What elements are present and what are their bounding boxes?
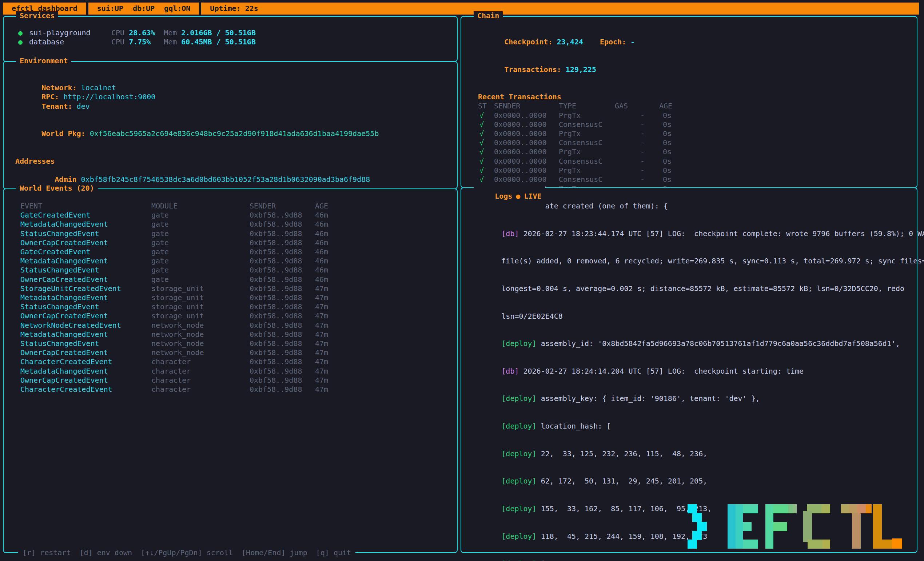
col-event: EVENT [20, 201, 152, 211]
success-check-icon: √ [478, 129, 494, 138]
world-events-panel-title: World Events (20) [16, 184, 98, 193]
event-sender: 0xbf58..9d88 [249, 357, 315, 366]
event-row: OwnerCapCreatedEvent gate 0xbf58..9d88 4… [20, 275, 457, 284]
event-row: MetadataChangedEvent gate 0xbf58..9d88 4… [20, 256, 457, 266]
tx-gas: - [610, 111, 653, 120]
event-module: character [152, 376, 249, 385]
tx-age: 0s [653, 111, 693, 120]
event-age: 46m [315, 211, 348, 220]
logs-panel-title: Logs●LIVE [474, 183, 545, 210]
col-sender: SENDER [494, 102, 559, 111]
event-module: character [152, 367, 249, 376]
tx-type: ConsensusC [559, 138, 610, 147]
tx-age: 0s [653, 120, 693, 129]
log-source-tag: [deploy] [501, 504, 536, 513]
epoch-label: Epoch: [600, 38, 626, 46]
recent-transactions-header: Recent Transactions [478, 92, 917, 102]
event-name: OwnerCapCreatedEvent [20, 376, 152, 385]
event-module: gate [152, 211, 249, 220]
log-line: [deploy]assembly_id: '0x8bd5842fa5d96693… [466, 330, 917, 358]
cpu-value: 7.75% [129, 38, 164, 46]
status-db: db:UP [133, 4, 154, 13]
tx-sender: 0x0000..0000 [494, 147, 559, 156]
environment-panel-title: Environment [16, 56, 71, 66]
event-row: GateCreatedEvent gate 0xbf58..9d88 46m [20, 248, 457, 256]
tx-sender: 0x0000..0000 [494, 138, 559, 147]
brace-prompt-icon [687, 504, 707, 549]
rpc-value: http://localhost:9000 [63, 92, 155, 101]
network-value: localnet [81, 83, 116, 92]
service-status-dot-icon: ● [18, 28, 29, 38]
event-row: OwnerCapCreatedEvent character 0xbf58..9… [20, 376, 457, 385]
transaction-row: √ 0x0000..0000 ConsensusC - 0s [478, 138, 917, 147]
world-events-header-row: EVENT MODULE SENDER AGE [20, 201, 457, 211]
tx-gas: - [610, 157, 653, 166]
event-row: MetadataChangedEvent storage_unit 0xbf58… [20, 293, 457, 302]
event-name: MetadataChangedEvent [20, 256, 152, 266]
transaction-row: √ 0x0000..0000 ConsensusC - 0s [478, 157, 917, 166]
tx-type: PrgTx [559, 147, 610, 156]
event-module: network_node [152, 339, 249, 348]
event-sender: 0xbf58..9d88 [249, 385, 315, 394]
log-message: lsn=0/2E02E4C8 [501, 312, 563, 321]
event-age: 47m [315, 302, 348, 311]
event-age: 47m [315, 330, 348, 339]
log-message: location_hash: [ [541, 422, 611, 430]
tx-age: 0s [653, 147, 693, 156]
world-events-table[interactable]: EVENT MODULE SENDER AGE GateCreatedEvent… [4, 189, 457, 394]
event-name: NetworkNodeCreatedEvent [20, 321, 152, 330]
chain-panel: Chain Checkpoint: 23,424Epoch: - Transac… [460, 16, 918, 188]
tx-type: ConsensusC [559, 175, 610, 184]
event-name: MetadataChangedEvent [20, 330, 152, 339]
event-age: 46m [315, 256, 348, 266]
event-module: gate [152, 238, 249, 248]
event-age: 47m [315, 339, 348, 348]
event-row: StatusChangedEvent gate 0xbf58..9d88 46m [20, 266, 457, 274]
log-message: file(s) added, 0 removed, 6 recycled; wr… [501, 256, 924, 265]
tx-type: PrgTx [559, 166, 610, 175]
event-row: GateCreatedEvent gate 0xbf58..9d88 46m [20, 211, 457, 220]
log-source-tag: [deploy] [501, 559, 536, 561]
tx-sender: 0x0000..0000 [494, 129, 559, 138]
event-module: gate [152, 256, 249, 266]
log-message: 2026-02-27 18:24:14.204 UTC [57] LOG: ch… [524, 367, 804, 375]
event-age: 47m [315, 367, 348, 376]
transaction-row: √ 0x0000..0000 PrgTx - 0s [478, 111, 917, 120]
event-name: StorageUnitCreatedEvent [20, 284, 152, 293]
efctl-logo [687, 504, 902, 549]
event-age: 47m [315, 357, 348, 366]
event-module: gate [152, 220, 249, 229]
tx-sender: 0x0000..0000 [494, 157, 559, 166]
transactions-header-row: ST SENDER TYPE GAS AGE [478, 102, 917, 111]
tx-age: 0s [653, 157, 693, 166]
log-source-tag: [db] [501, 367, 519, 375]
event-module: storage_unit [152, 302, 249, 311]
tx-age: 0s [653, 175, 693, 184]
event-row: OwnerCapCreatedEvent network_node 0xbf58… [20, 348, 457, 357]
event-module: storage_unit [152, 293, 249, 302]
status-gql: gql:ON [164, 4, 190, 13]
log-line: [db]2026-02-27 18:23:44.174 UTC [57] LOG… [466, 220, 917, 248]
event-name: OwnerCapCreatedEvent [20, 311, 152, 321]
log-message: 155, 33, 162, 85, 117, 106, 95, 213, [541, 504, 712, 513]
log-line: lsn=0/2E02E4C8 [466, 302, 917, 330]
log-source-tag: [deploy] [501, 422, 536, 430]
service-row: ● database CPU 7.75% Mem 60.45MB / 50.51… [18, 38, 457, 46]
event-row: StorageUnitCreatedEvent storage_unit 0xb… [20, 284, 457, 293]
mem-label: Mem [164, 38, 177, 46]
event-row: OwnerCapCreatedEvent gate 0xbf58..9d88 4… [20, 238, 457, 248]
transaction-row: √ 0x0000..0000 ConsensusC - 0s [478, 120, 917, 129]
event-module: network_node [152, 330, 249, 339]
event-sender: 0xbf58..9d88 [249, 376, 315, 385]
event-row: MetadataChangedEvent network_node 0xbf58… [20, 330, 457, 339]
event-module: network_node [152, 348, 249, 357]
log-line: [deploy]location_hash: [ [466, 412, 917, 440]
success-check-icon: √ [478, 138, 494, 147]
event-age: 47m [315, 385, 348, 394]
event-module: network_node [152, 321, 249, 330]
event-name: CharacterCreatedEvent [20, 385, 152, 394]
event-sender: 0xbf58..9d88 [249, 256, 315, 266]
tx-age: 0s [653, 138, 693, 147]
log-message: 2026-02-27 18:23:44.174 UTC [57] LOG: ch… [524, 229, 924, 238]
mem-value: 60.45MB / 50.51GB [181, 38, 256, 46]
